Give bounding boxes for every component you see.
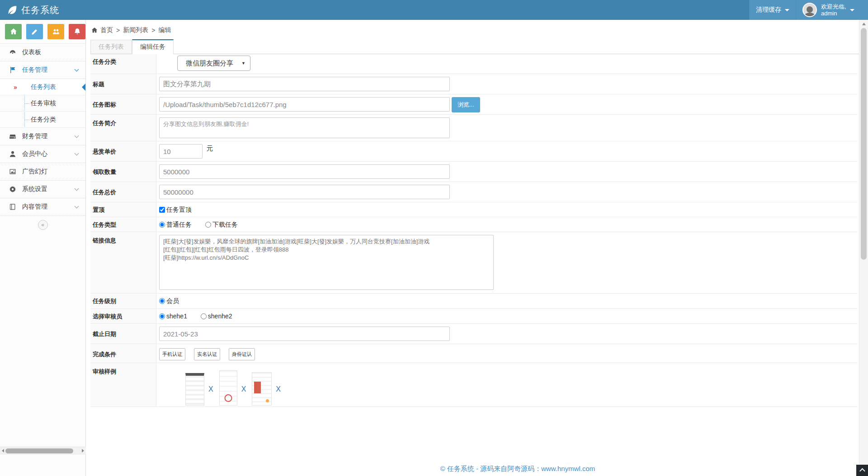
field-label: 任务级别 [90,294,156,308]
sidebar-collapse-wrap: « [0,216,85,230]
vertical-scrollbar[interactable] [859,20,868,476]
sidebar-item-member-center[interactable]: 会员中心 [0,145,85,163]
notifications-shortcut-button[interactable] [69,24,85,39]
title-input[interactable] [159,77,450,91]
link-info-textarea[interactable]: [旺柴]大[發]发娱樂，风靡全球的旗牌[加油加油]游戏[旺柴]大[發]发娱樂，万… [159,235,494,290]
hdd-icon [9,133,16,140]
radio-label: shehe1 [166,313,187,320]
users-icon [52,28,60,35]
sidebar-horizontal-scrollbar[interactable] [0,447,86,454]
form-row-conditions: 完成条件 手机认证 实名认证 身份证认 [90,344,857,363]
tab-edit-task[interactable]: 编辑任务 [132,39,174,54]
scroll-right-arrow-icon[interactable] [82,449,84,453]
sidebar-item-label: 内容管理 [22,203,47,211]
field-label: 任务总价 [90,182,156,202]
sidebar-item-task-category[interactable]: 任务分类 [0,112,85,128]
sidebar-item-task-review[interactable]: 任务审核 [0,95,85,112]
footer-copyright: © 任务系统 - 源码来自阿奇源码：www.hnymwl.com [86,465,859,473]
sample-thumbnail-3[interactable] [252,372,272,406]
sidebar-item-content-management[interactable]: 内容管理 [0,198,85,216]
field-label: 任务类型 [90,217,156,232]
sidebar-item-label: 系统设置 [22,185,47,193]
sidebar-item-ad-slides[interactable]: 广告幻灯 [0,163,85,181]
radio-input[interactable] [201,313,207,319]
sidebar-collapse-button[interactable]: « [38,220,48,230]
scroll-left-arrow-icon[interactable] [2,449,4,453]
top-checkbox-input[interactable] [159,207,165,213]
quantity-input[interactable] [159,164,450,179]
sample-thumbnail-1[interactable] [185,373,204,406]
sample-thumbnail-2[interactable] [219,370,237,406]
category-select-value: 微信朋友圈分享 [186,56,233,70]
flag-icon [9,66,16,74]
breadcrumb-news-list[interactable]: 新闻列表 [123,26,148,34]
active-arrow-icon: » [14,84,17,91]
clear-cache-menu[interactable]: 清理缓存 [749,0,796,20]
sidebar-item-dashboard[interactable]: 仪表板 [0,44,85,61]
type-radio-download[interactable]: 下载任务 [205,221,238,228]
chevron-down-icon [75,204,79,208]
radio-input[interactable] [159,313,165,319]
scroll-up-arrow-icon[interactable] [862,23,866,25]
sidebar-item-task-management[interactable]: 任务管理 [0,61,85,79]
home-shortcut-button[interactable] [5,24,22,39]
level-radio-member[interactable]: 会员 [159,297,179,304]
breadcrumb-separator: > [116,27,120,34]
type-radio-normal[interactable]: 普通任务 [159,221,193,228]
sidebar-item-finance[interactable]: 财务管理 [0,128,85,145]
sidebar-item-task-list[interactable]: » 任务列表 [0,79,85,95]
browse-button[interactable]: 浏览... [452,97,480,112]
total-price-input[interactable] [159,185,450,199]
sidebar-item-label: 会员中心 [22,150,47,158]
edit-task-form: 任务分类 微信朋友圈分享 ▼ 标题 任务图标 浏览... 任务简介 分享图 [90,54,857,407]
breadcrumb-home[interactable]: 首页 [100,26,113,34]
reviewer-radio-shehe1[interactable]: shehe1 [159,313,189,320]
clear-cache-label: 清理缓存 [756,6,781,14]
sample-thumbnails: X X X [159,366,857,406]
deadline-input[interactable] [159,327,450,341]
caret-down-icon [785,9,789,11]
user-menu[interactable]: 欢迎光临, admin [796,0,868,20]
chevron-up-icon [859,468,865,474]
sidebar: 仪表板 任务管理 » 任务列表 任务审核 任务分类 财务管理 会员中心 广告幻灯 [0,20,86,476]
breadcrumb: 首页 > 新闻列表 > 编辑 [91,26,859,34]
form-row-quantity: 领取数量 [90,162,857,182]
intro-textarea[interactable]: 分享图文信息到朋友圈,赚取佣金! [159,117,450,138]
remove-sample-1-button[interactable]: X [208,385,213,393]
radio-input[interactable] [159,298,165,304]
price-input[interactable] [159,144,203,159]
radio-input[interactable] [205,222,211,228]
field-label: 完成条件 [90,344,156,363]
field-label: 选择审核员 [90,309,156,323]
remove-sample-3-button[interactable]: X [276,385,281,393]
vertical-scrollbar-thumb[interactable] [861,28,867,260]
users-shortcut-button[interactable] [47,24,64,39]
form-row-samples: 审核样例 X X X [90,363,857,407]
top-header-bar: 任务系统 清理缓存 欢迎光临, admin [0,0,868,20]
form-row-intro: 任务简介 分享图文信息到朋友圈,赚取佣金! [90,115,857,141]
home-icon [10,28,17,35]
tab-task-list[interactable]: 任务列表 [90,40,132,54]
edit-shortcut-button[interactable] [26,24,43,39]
task-top-checkbox[interactable]: 任务置顶 [159,206,192,213]
field-label: 任务简介 [90,115,156,141]
category-select[interactable]: 微信朋友圈分享 ▼ [177,56,250,71]
reviewer-radio-shenhe2[interactable]: shenhe2 [201,313,232,320]
remove-sample-2-button[interactable]: X [241,385,246,393]
field-label: 标题 [90,74,156,94]
condition-phone-button[interactable]: 手机认证 [159,348,185,360]
radio-input[interactable] [159,222,165,228]
pencil-icon [31,28,38,35]
sidebar-item-system-settings[interactable]: 系统设置 [0,181,85,198]
app-logo[interactable]: 任务系统 [0,0,59,20]
condition-idcard-button[interactable]: 身份证认 [229,348,255,360]
field-label: 任务分类 [90,54,156,74]
sidebar-item-label: 任务列表 [31,83,56,91]
footer-text[interactable]: © 任务系统 - 源码来自阿奇源码：www.hnymwl.com [440,465,595,472]
condition-realname-button[interactable]: 实名认证 [194,348,220,360]
form-row-title: 标题 [90,74,857,94]
avatar [802,3,817,17]
icon-path-input[interactable] [159,97,450,112]
back-to-top-button[interactable] [856,465,868,476]
horizontal-scrollbar-thumb[interactable] [5,448,73,453]
